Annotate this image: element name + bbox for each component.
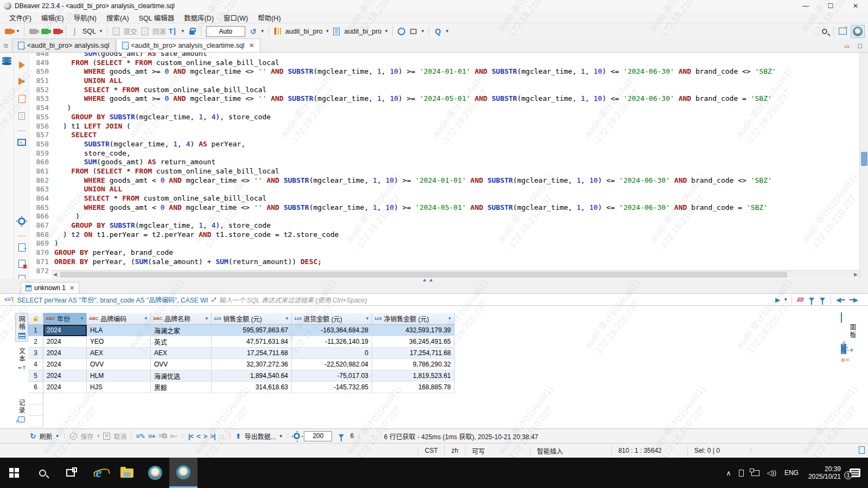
minimize-button[interactable]: — <box>793 0 818 12</box>
panels-icon[interactable] <box>841 312 842 323</box>
menu-item-5[interactable]: 数据库(D) <box>179 11 219 24</box>
table-cell[interactable]: 595,957,863.67 <box>212 325 292 336</box>
transaction-log-dropdown[interactable]: ▼ <box>260 29 265 34</box>
presentation-tab-grid[interactable]: 网格 <box>15 313 28 342</box>
menu-item-0[interactable]: 文件(F) <box>4 11 36 24</box>
execute-script-icon[interactable] <box>17 94 27 104</box>
table-cell[interactable]: 47,571,631.84 <box>212 336 292 348</box>
column-header-0[interactable]: ABC年份▼ <box>43 313 87 325</box>
column-header-4[interactable]: 123退货金额 (元)▼ <box>292 313 372 325</box>
reconnect-icon[interactable] <box>40 26 50 37</box>
table-cell[interactable]: 32,307,272.36 <box>212 359 292 370</box>
new-connection-icon[interactable] <box>3 26 14 37</box>
column-sort-dropdown-icon[interactable]: ▼ <box>445 316 452 321</box>
new-connection-dropdown[interactable]: ▼ <box>16 29 20 34</box>
first-row-icon[interactable]: |< <box>188 432 193 440</box>
table-cell[interactable]: HJS <box>87 382 151 393</box>
commit-button[interactable]: 提交 <box>124 26 137 36</box>
start-button[interactable] <box>0 458 28 488</box>
table-cell[interactable]: -11,326,140.19 <box>292 336 372 348</box>
table-cell[interactable]: 17,254,711.68 <box>372 348 455 359</box>
taskbar-search-icon[interactable] <box>28 458 56 488</box>
tray-expand-icon[interactable]: ∧ <box>726 469 731 477</box>
column-sort-dropdown-icon[interactable]: ▼ <box>202 316 209 321</box>
menu-item-2[interactable]: 导航(N) <box>69 11 101 24</box>
scroll-right-arrow[interactable]: ▶ <box>854 272 858 277</box>
table-cell[interactable]: 2024 <box>43 359 87 370</box>
code-line[interactable]: 859 store_code, <box>29 149 859 158</box>
table-cell[interactable]: 1,894,540.64 <box>212 370 292 382</box>
status-caret-position[interactable]: 810 : 1 : 35642 <box>611 446 687 455</box>
schema-dropdown[interactable]: ▼ <box>384 29 388 34</box>
refresh-icon[interactable]: ↻ <box>30 432 36 440</box>
maximize-editor-icon[interactable]: ☐ <box>855 42 865 50</box>
sql-editor-label[interactable]: SQL <box>82 28 96 35</box>
row-number[interactable]: 3 <box>28 348 43 359</box>
dbeaver-taskbar-icon[interactable] <box>141 458 169 488</box>
table-cell[interactable]: 2024 <box>43 348 87 359</box>
editor-results-splitter[interactable]: ▲▲ <box>0 279 868 282</box>
fetch-size-input[interactable] <box>304 431 332 441</box>
column-sort-dropdown-icon[interactable]: ▼ <box>78 316 84 321</box>
column-sort-dropdown-icon[interactable]: ▼ <box>283 316 289 321</box>
maximize-button[interactable]: ☐ <box>818 0 843 12</box>
table-cell[interactable]: -75,017.03 <box>292 370 372 382</box>
row-number[interactable]: 5 <box>28 370 43 382</box>
save-button[interactable]: 保存 <box>80 432 93 441</box>
save-dropdown[interactable]: ▼ <box>96 434 100 439</box>
sql-code[interactable]: 848 SUM(goods_amt) AS sale_amount849 FRO… <box>29 53 859 275</box>
sql-editor-dropdown[interactable]: ▼ <box>99 29 103 34</box>
code-line[interactable]: 850 WHERE goods_amt >= 0 AND mgclear_tim… <box>29 67 859 76</box>
table-cell[interactable]: 36,245,491.65 <box>372 336 455 348</box>
close-button[interactable]: ✕ <box>843 0 868 12</box>
table-cell[interactable]: 0 <box>292 348 372 359</box>
previous-row-icon[interactable]: < <box>196 432 200 440</box>
menu-item-7[interactable]: 帮助(H) <box>253 11 285 24</box>
editor-settings-gear-icon[interactable] <box>17 216 27 226</box>
code-line[interactable]: 857 SELECT <box>29 131 859 140</box>
edit-filter-icon[interactable] <box>809 298 814 301</box>
menu-item-4[interactable]: SQL 编辑器 <box>134 11 180 24</box>
quick-search-dropdown[interactable]: ▼ <box>445 29 449 34</box>
table-cell[interactable]: 2024 <box>43 382 87 393</box>
transaction-log-icon[interactable]: ↺ <box>248 26 259 37</box>
export-data-button[interactable]: 导出数据... <box>245 432 276 441</box>
expand-filter-icon[interactable]: ⤢ <box>212 297 216 303</box>
next-row-icon[interactable]: > <box>203 432 207 440</box>
table-cell[interactable]: 314,618.63 <box>212 382 292 393</box>
filter-query-text[interactable]: SELECT perYear AS "年份", brand_code AS "品… <box>17 295 208 304</box>
code-line[interactable]: 864 SELECT * FROM custom_online_sale_bil… <box>29 194 859 203</box>
column-header-1[interactable]: ABC品牌编码▼ <box>87 313 151 325</box>
table-cell[interactable]: 黑鲸 <box>151 382 212 393</box>
connection-dropdown[interactable]: ▼ <box>326 29 330 34</box>
apply-filter-icon[interactable]: ▶ <box>775 296 780 304</box>
code-line[interactable]: 868 ) t2 ON t1.perYear = t2.perYear AND … <box>29 230 859 240</box>
filter-dropdown[interactable]: ▼ <box>783 297 788 302</box>
table-cell[interactable]: AEX <box>87 348 151 359</box>
table-cell[interactable]: -163,364,684.28 <box>292 325 372 336</box>
add-row-icon[interactable]: ≡+ <box>148 432 155 440</box>
scroll-left-arrow[interactable]: ◀ <box>53 272 57 277</box>
column-sort-dropdown-icon[interactable]: ▼ <box>142 316 148 321</box>
table-cell[interactable]: 英式 <box>151 336 212 348</box>
notification-center-icon[interactable]: 1 <box>850 468 860 477</box>
dbeaver-perspective-button[interactable] <box>851 25 865 38</box>
network-profile-dropdown[interactable]: ▼ <box>420 29 425 34</box>
dbeaver-taskbar-icon-active[interactable] <box>169 458 197 488</box>
table-cell[interactable]: OVV <box>87 359 151 370</box>
code-line[interactable]: 861 FROM (SELECT * FROM custom_online_sa… <box>29 167 859 176</box>
save-filter-icon[interactable] <box>820 298 825 301</box>
table-cell[interactable]: 2024 <box>43 336 87 348</box>
search-icon[interactable] <box>819 26 830 37</box>
code-line[interactable]: 848 SUM(goods_amt) AS sale_amount <box>29 53 859 59</box>
table-cell[interactable]: 2024 <box>43 325 87 336</box>
table-cell[interactable]: HLA <box>87 325 151 336</box>
refresh-button[interactable]: 刷新 <box>40 432 53 441</box>
usb-icon[interactable] <box>739 470 744 477</box>
transaction-mode-dropdown[interactable]: ▼ <box>181 29 185 34</box>
table-cell[interactable]: 168,885.78 <box>372 382 455 393</box>
disconnect-icon[interactable] <box>28 26 39 37</box>
column-sort-dropdown-icon[interactable]: ▼ <box>363 316 369 321</box>
status-doc-icon[interactable] <box>859 446 865 454</box>
open-in-editor-icon[interactable] <box>17 242 27 252</box>
